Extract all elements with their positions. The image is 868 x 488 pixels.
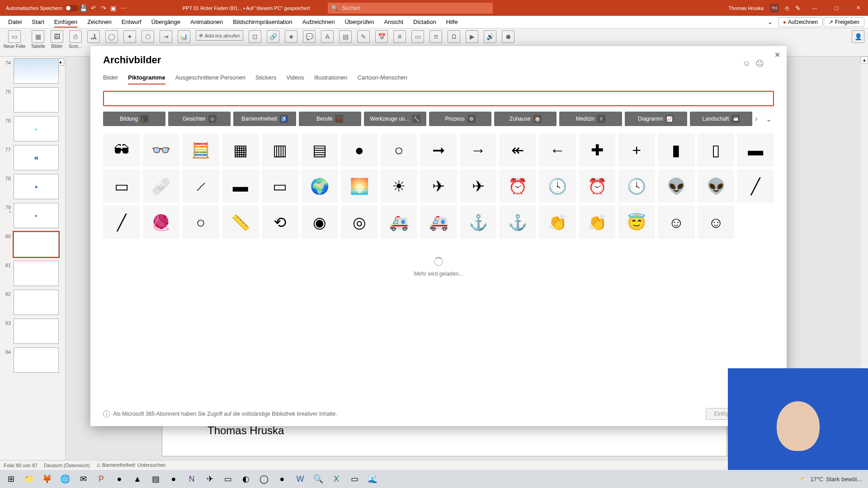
cat-medizin[interactable]: Medizin⚕ (559, 112, 622, 126)
cat-berufe[interactable]: Berufe💼 (299, 112, 361, 126)
ribbon-link-icon[interactable]: 🔗 (267, 30, 279, 43)
thumb-84[interactable] (14, 347, 59, 373)
cat-diagramm[interactable]: Diagramm📈 (625, 112, 687, 126)
needle-outline-icon[interactable]: ╱ (103, 206, 140, 239)
thumb-75[interactable] (14, 87, 59, 113)
bandaid-outline-icon[interactable]: ⟋ (182, 169, 219, 203)
ribbon-date-icon[interactable]: 📅 (375, 30, 388, 43)
alarm-clock-ringing-solid-icon[interactable]: ⏰ (579, 169, 616, 203)
menu-zeichnen[interactable]: Zeichnen (83, 17, 116, 27)
bandaid-solid-icon[interactable]: 🩹 (143, 169, 180, 203)
applause-outline-icon[interactable]: 👏 (579, 206, 616, 239)
app-icon-1[interactable]: ● (110, 471, 128, 487)
thumb-74[interactable] (14, 58, 59, 84)
ribbon-chart-icon[interactable]: 📊 (178, 30, 190, 43)
menu-uebergaenge[interactable]: Übergänge (147, 17, 185, 27)
search-input[interactable] (342, 5, 489, 11)
chrome-icon[interactable]: 🌐 (56, 471, 74, 487)
angel-face-outline-icon[interactable]: ☺ (658, 206, 695, 239)
glasses-3d-outline-icon[interactable]: 👓 (143, 133, 180, 167)
landscape-solid-icon[interactable]: 🌅 (341, 169, 378, 203)
ambulance-outline-icon[interactable]: 🚑 (420, 206, 457, 239)
ribbon-symbol-icon[interactable]: Ω (448, 30, 460, 43)
button-outline-icon[interactable]: ◎ (341, 206, 378, 239)
app-icon-9[interactable]: ▭ (345, 471, 363, 487)
tab-cartoon[interactable]: Cartoon-Menschen (357, 74, 407, 84)
app-icon-7[interactable]: ● (273, 471, 291, 487)
tab-personen[interactable]: Ausgeschnittene Personen (175, 74, 245, 84)
present-icon[interactable]: ▣ (108, 5, 118, 12)
icon-search-input[interactable] (108, 94, 769, 101)
collapse-ribbon-icon[interactable]: ⌄ (763, 19, 777, 25)
app-icon-2[interactable]: ▤ (146, 471, 165, 487)
app-icon-6[interactable]: ◯ (255, 471, 273, 487)
ribbon-photo-icon[interactable]: 🏞 (87, 30, 100, 43)
more-icon[interactable]: ⋯ (118, 5, 128, 12)
ribbon-object-icon[interactable]: ▭ (411, 30, 424, 43)
weather-widget[interactable]: ⛅ 17°C Stark bewöl... (800, 476, 866, 483)
ribbon-slidenum-icon[interactable]: # (393, 30, 406, 43)
menu-ueberpruefen[interactable]: Überprüfen (340, 17, 378, 27)
tab-piktogramme[interactable]: Piktogramme (128, 74, 165, 84)
tab-bilder[interactable]: Bilder (103, 74, 118, 84)
yarn-solid-icon[interactable]: 🧶 (143, 206, 180, 239)
ribbon-audio-icon[interactable]: 🔊 (484, 30, 496, 43)
menu-animationen[interactable]: Animationen (186, 17, 227, 27)
ribbon-smartart-icon[interactable]: ⇥ (160, 30, 172, 43)
telegram-icon[interactable]: ✈ (201, 471, 219, 487)
explorer-icon[interactable]: 📁 (20, 471, 38, 487)
excel-icon[interactable]: X (327, 471, 345, 487)
edge-icon[interactable]: 🌊 (363, 471, 382, 487)
tape-measure-solid-icon[interactable]: 📏 (222, 206, 259, 239)
alarm-clock-outline-icon[interactable]: 🕓 (539, 169, 576, 203)
thumb-80[interactable] (14, 232, 59, 257)
glasses-3d-solid-icon[interactable]: 🕶 (103, 133, 140, 167)
smile-icon[interactable]: ☺ (743, 59, 751, 69)
outlook-icon[interactable]: ✉ (74, 471, 92, 487)
africa-solid-icon[interactable]: 🌍 (301, 169, 338, 203)
button-solid-icon[interactable]: ◉ (301, 206, 338, 239)
menu-bildschirm[interactable]: Bildschirmpräsentation (228, 17, 297, 27)
yarn-outline-icon[interactable]: ○ (182, 206, 219, 239)
tab-illustrationen[interactable]: Illustrationen (314, 74, 348, 84)
abacus-wide-solid-icon[interactable]: ▥ (262, 133, 299, 167)
ribbon-screenrec-icon[interactable]: ⏺ (502, 30, 514, 43)
menu-hilfe[interactable]: Hilfe (442, 17, 462, 27)
id-card-solid-icon[interactable]: ▬ (737, 133, 774, 167)
ribbon-zoom-icon[interactable]: ⊡ (249, 30, 261, 43)
menu-ansicht[interactable]: Ansicht (379, 17, 408, 27)
tab-videos[interactable]: Videos (286, 74, 304, 84)
cat-landschaft[interactable]: Landschaft🏔 (690, 112, 752, 126)
alien-solid-icon[interactable]: 👽 (658, 169, 695, 203)
alarm-clock-solid-icon[interactable]: ⏰ (499, 169, 536, 203)
cat-zuhause[interactable]: Zuhause🏠 (494, 112, 557, 126)
word-icon[interactable]: W (291, 471, 309, 487)
abacus-outline-icon[interactable]: ▦ (222, 133, 259, 167)
ribbon-screenshot[interactable]: ⎙Scre... (69, 30, 82, 49)
ribbon-shapes-icon[interactable]: ◯ (105, 30, 118, 43)
autosave-toggle[interactable] (65, 5, 79, 11)
frown-icon[interactable]: ☹ (755, 59, 764, 69)
search-box[interactable]: 🔍 (328, 3, 493, 14)
thumb-82[interactable] (14, 290, 59, 315)
cat-expand-icon[interactable]: ⌄ (766, 115, 774, 123)
menu-start[interactable]: Start (27, 17, 48, 27)
ribbon-3d-icon[interactable]: ⬡ (142, 30, 154, 43)
landscape-outline-icon[interactable]: ☀ (381, 169, 418, 203)
powerpoint-icon[interactable]: P (92, 471, 110, 487)
id-card-outline-icon[interactable]: ▭ (103, 169, 140, 203)
ribbon-icons-icon[interactable]: ✦ (123, 30, 136, 43)
ribbon-new-slide[interactable]: ▭Neue Folie (4, 30, 25, 49)
ribbon-video-icon[interactable]: ▶ (466, 30, 478, 43)
share-button[interactable]: ↗Freigeben (824, 17, 864, 27)
autosave[interactable]: Automatisches Speichern (6, 5, 79, 11)
cat-bildung[interactable]: Bildung🎓 (103, 112, 165, 126)
ribbon-wordart-icon[interactable]: ✎ (357, 30, 370, 43)
save-icon[interactable]: 💾 (79, 5, 89, 12)
alarm-clock-ringing-outline-icon[interactable]: 🕓 (618, 169, 655, 203)
tape-measure-outline-icon[interactable]: ⟲ (262, 206, 299, 239)
plus-bold-icon[interactable]: ✚ (579, 133, 616, 167)
ribbon-textbox-icon[interactable]: A (321, 30, 334, 43)
acorn-outline-icon[interactable]: ○ (381, 133, 418, 167)
airplane-solid-icon[interactable]: ✈ (420, 169, 457, 203)
